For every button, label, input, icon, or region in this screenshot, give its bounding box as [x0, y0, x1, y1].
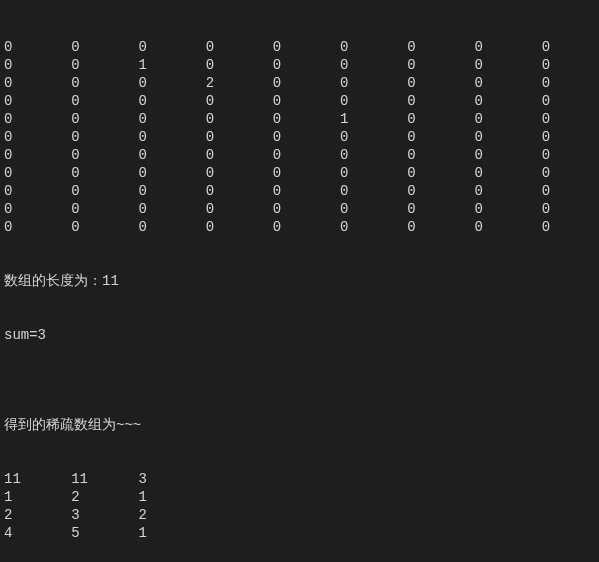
matrix-row: 0 0 0 0 0 0 0 0 0 0 0 [4, 218, 595, 236]
matrix-row: 4 5 1 [4, 524, 595, 542]
matrix-row: 11 11 3 [4, 470, 595, 488]
terminal-output: 0 0 0 0 0 0 0 0 0 0 00 0 1 0 0 0 0 0 0 0… [0, 0, 599, 562]
sum-line: sum=3 [4, 326, 595, 344]
matrix-row: 0 0 0 2 0 0 0 0 0 0 0 [4, 74, 595, 92]
matrix-row: 0 0 0 0 0 0 0 0 0 0 0 [4, 164, 595, 182]
matrix-row: 0 0 0 0 0 0 0 0 0 0 0 [4, 92, 595, 110]
matrix-row: 0 0 0 0 0 0 0 0 0 0 0 [4, 128, 595, 146]
matrix-row: 1 2 1 [4, 488, 595, 506]
matrix-row: 0 0 0 0 0 1 0 0 0 0 0 [4, 110, 595, 128]
matrix-row: 2 3 2 [4, 506, 595, 524]
matrix-row: 0 0 0 0 0 0 0 0 0 0 0 [4, 38, 595, 56]
matrix-row: 0 0 1 0 0 0 0 0 0 0 0 [4, 56, 595, 74]
matrix-row: 0 0 0 0 0 0 0 0 0 0 0 [4, 200, 595, 218]
matrix-row: 0 0 0 0 0 0 0 0 0 0 0 [4, 182, 595, 200]
sparse-array: 11 11 31 2 12 3 24 5 1 [4, 470, 595, 542]
array-length-line: 数组的长度为：11 [4, 272, 595, 290]
sparse-header: 得到的稀疏数组为~~~ [4, 416, 595, 434]
first-matrix: 0 0 0 0 0 0 0 0 0 0 00 0 1 0 0 0 0 0 0 0… [4, 38, 595, 236]
matrix-row: 0 0 0 0 0 0 0 0 0 0 0 [4, 146, 595, 164]
